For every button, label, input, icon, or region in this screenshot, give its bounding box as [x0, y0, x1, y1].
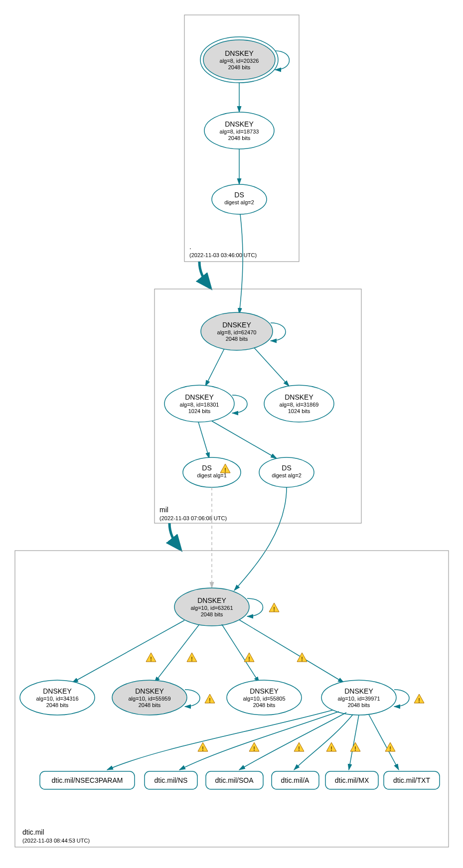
warn-icon: !	[244, 653, 254, 663]
svg-text:dtic.mil/TXT: dtic.mil/TXT	[393, 776, 430, 784]
svg-text:!: !	[330, 745, 332, 752]
zone-mil-ts: (2022-11-03 07:06:08 UTC)	[159, 515, 227, 521]
svg-text:2048 bits: 2048 bits	[253, 702, 276, 708]
svg-text:2048 bits: 2048 bits	[139, 702, 161, 708]
zone-root-name: .	[189, 243, 191, 251]
edge-root-ksk-self	[275, 51, 290, 70]
edge-k4-ns	[179, 712, 339, 770]
edge-zone-root-mil	[199, 262, 209, 287]
warn-icon: !	[350, 742, 360, 752]
svg-text:DS: DS	[234, 191, 244, 199]
svg-text:dtic.mil/MX: dtic.mil/MX	[335, 776, 369, 784]
svg-text:!: !	[418, 697, 420, 704]
warn-icon: !	[414, 694, 424, 704]
node-dtic-k3: DNSKEY alg=10, id=55805 2048 bits	[227, 680, 302, 715]
svg-text:alg=10, id=55805: alg=10, id=55805	[243, 696, 285, 702]
warn-icon: !	[326, 742, 336, 752]
edge-k4-txt	[369, 715, 399, 770]
warn-icon: !	[198, 742, 208, 752]
svg-text:!: !	[191, 656, 193, 663]
warn-icon: !	[146, 653, 156, 663]
svg-text:!: !	[150, 656, 152, 663]
svg-text:DNSKEY: DNSKEY	[225, 49, 254, 57]
zone-dtic-ts: (2022-11-03 08:44:53 UTC)	[22, 838, 90, 844]
svg-text:2048 bits: 2048 bits	[226, 336, 248, 342]
svg-text:alg=8, id=31869: alg=8, id=31869	[280, 402, 319, 408]
svg-text:DNSKEY: DNSKEY	[344, 687, 373, 695]
svg-text:!: !	[248, 656, 250, 663]
edge-k4-soa	[239, 713, 346, 770]
warn-icon: !	[269, 603, 279, 613]
svg-text:2048 bits: 2048 bits	[228, 64, 251, 70]
svg-text:alg=10, id=55959: alg=10, id=55959	[128, 696, 170, 702]
edge-milksk-zsk2	[254, 348, 289, 386]
edge-zsk1-ds2	[212, 421, 277, 458]
dnssec-graph: . (2022-11-03 03:46:00 UTC) DNSKEY alg=8…	[0, 0, 463, 868]
node-rr-txt: dtic.mil/TXT	[384, 771, 440, 789]
svg-text:!: !	[301, 656, 303, 663]
edge-ksk-k4	[239, 620, 344, 683]
node-root-zsk: DNSKEY alg=8, id=18733 2048 bits	[204, 112, 274, 149]
svg-text:!: !	[209, 697, 211, 704]
node-mil-ds2: DS digest alg=2	[259, 457, 314, 487]
svg-text:digest alg=2: digest alg=2	[272, 472, 302, 478]
edge-rootds-milksk	[239, 214, 243, 314]
svg-text:DNSKEY: DNSKEY	[250, 687, 279, 695]
node-mil-zsk1: DNSKEY alg=8, id=18301 1024 bits	[164, 385, 234, 422]
svg-text:dtic.mil/SOA: dtic.mil/SOA	[215, 776, 254, 784]
edge-ds2-dticksk	[234, 487, 287, 590]
svg-text:digest alg=1: digest alg=1	[197, 472, 227, 478]
svg-text:DNSKEY: DNSKEY	[43, 687, 72, 695]
svg-text:dtic.mil/NSEC3PARAM: dtic.mil/NSEC3PARAM	[52, 776, 123, 784]
svg-text:!: !	[253, 745, 255, 752]
svg-text:alg=8, id=20326: alg=8, id=20326	[220, 58, 259, 64]
svg-text:alg=10, id=63261: alg=10, id=63261	[190, 605, 233, 611]
svg-text:!: !	[224, 467, 226, 474]
svg-text:2048 bits: 2048 bits	[228, 135, 251, 141]
svg-text:DS: DS	[282, 464, 291, 472]
svg-text:DNSKEY: DNSKEY	[197, 596, 226, 604]
edge-zone-mil-dtic	[169, 523, 179, 548]
edge-ksk-k1	[72, 620, 184, 683]
svg-text:alg=10, id=39971: alg=10, id=39971	[337, 696, 380, 702]
warn-icon: !	[205, 694, 215, 704]
svg-text:!: !	[273, 606, 275, 613]
edge-ksk-k3	[222, 624, 259, 683]
warn-icon: !	[187, 653, 197, 663]
node-root-ds: DS digest alg=2	[212, 184, 267, 214]
svg-text:!: !	[389, 745, 391, 752]
svg-text:DNSKEY: DNSKEY	[185, 393, 214, 401]
node-rr-mx: dtic.mil/MX	[325, 771, 378, 789]
svg-text:!: !	[202, 745, 204, 752]
svg-text:alg=10, id=34316: alg=10, id=34316	[36, 696, 78, 702]
svg-text:alg=8, id=18301: alg=8, id=18301	[180, 402, 219, 408]
svg-text:2048 bits: 2048 bits	[348, 702, 370, 708]
node-dtic-ksk: DNSKEY alg=10, id=63261 2048 bits	[174, 588, 249, 626]
edge-milksk-zsk1	[205, 349, 224, 386]
zone-root-ts: (2022-11-03 03:46:00 UTC)	[189, 252, 257, 258]
node-dtic-k2: DNSKEY alg=10, id=55959 2048 bits	[112, 680, 187, 715]
svg-text:alg=8, id=18733: alg=8, id=18733	[220, 129, 259, 135]
zone-dtic-name: dtic.mil	[22, 828, 44, 836]
svg-text:DNSKEY: DNSKEY	[135, 687, 164, 695]
svg-text:dtic.mil/NS: dtic.mil/NS	[154, 776, 188, 784]
node-dtic-k1: DNSKEY alg=10, id=34316 2048 bits	[20, 680, 95, 715]
svg-text:!: !	[298, 745, 300, 752]
svg-text:DNSKEY: DNSKEY	[222, 321, 251, 329]
warn-icon: !	[297, 653, 307, 663]
node-rr-ns: dtic.mil/NS	[145, 771, 197, 789]
svg-text:2048 bits: 2048 bits	[201, 611, 223, 617]
node-mil-ksk: DNSKEY alg=8, id=62470 2048 bits	[201, 312, 273, 350]
node-mil-zsk2: DNSKEY alg=8, id=31869 1024 bits	[264, 385, 334, 422]
svg-text:alg=8, id=62470: alg=8, id=62470	[217, 329, 257, 335]
node-mil-ds1: DS digest alg=1	[183, 457, 241, 487]
svg-text:1024 bits: 1024 bits	[288, 408, 310, 414]
edge-k4-nsec3	[107, 710, 333, 770]
svg-text:2048 bits: 2048 bits	[46, 702, 69, 708]
svg-text:!: !	[354, 745, 356, 752]
svg-text:DS: DS	[202, 464, 211, 472]
node-rr-a: dtic.mil/A	[272, 771, 319, 789]
warn-icon: !	[249, 742, 259, 752]
node-rr-nsec3: dtic.mil/NSEC3PARAM	[40, 771, 135, 789]
svg-text:DNSKEY: DNSKEY	[285, 393, 313, 401]
